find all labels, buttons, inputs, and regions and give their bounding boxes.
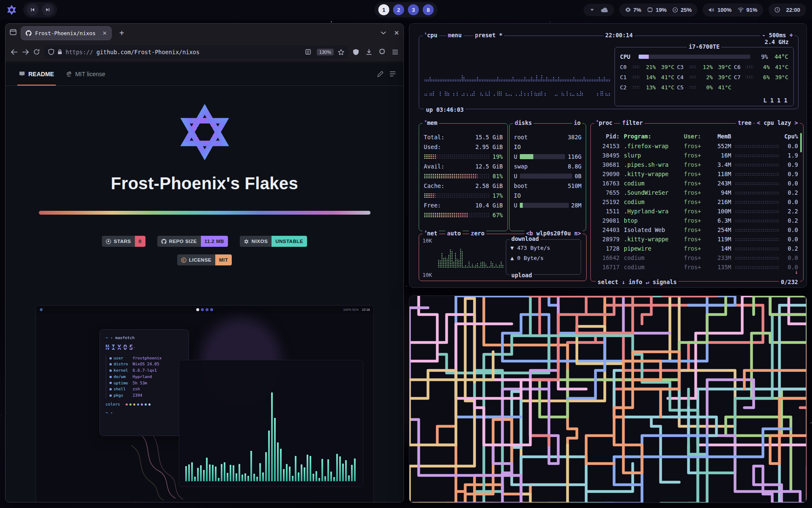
cpu-core-row: C7 6% 39°C xyxy=(734,72,788,82)
firefox-view-icon[interactable] xyxy=(10,29,16,37)
tab-readme[interactable]: README xyxy=(13,62,60,86)
select-button[interactable]: select xyxy=(598,279,618,285)
download-icon[interactable] xyxy=(366,49,372,55)
process-row[interactable]: 1728 pipewire fros+ 14M 0.2 xyxy=(596,244,798,253)
fetch-row-icon xyxy=(110,357,112,359)
net-zero-toggle[interactable]: zero xyxy=(469,230,486,237)
workspace-button[interactable]: 3 xyxy=(408,4,419,15)
wifi-icon xyxy=(738,7,744,12)
process-scrollbar-thumb[interactable] xyxy=(800,133,802,152)
process-row[interactable]: 24153 .firefox-wrap fros+ 552M 0.0 xyxy=(596,141,798,151)
media-previous-button[interactable] xyxy=(27,4,38,16)
outline-list-icon[interactable] xyxy=(390,71,396,77)
process-row[interactable]: 16642 codium fros+ 233M 0.0 xyxy=(596,253,798,262)
disks-box-title[interactable]: disks xyxy=(513,119,534,126)
reader-mode-icon[interactable] xyxy=(305,49,311,55)
proc-footer-controls: select ↓ info ↵ signals xyxy=(596,279,678,285)
back-button[interactable] xyxy=(11,49,18,55)
mem-cache-meter: 17% xyxy=(424,190,503,200)
github-favicon xyxy=(25,30,32,36)
process-cpu-graph xyxy=(735,172,779,176)
mem-box-title[interactable]: ²mem xyxy=(422,119,439,126)
zoom-level-badge[interactable]: 130% xyxy=(317,49,334,55)
process-row[interactable]: 7655 .SoundWireSer fros+ 94M 0.2 xyxy=(596,188,798,197)
new-tab-button[interactable]: + xyxy=(116,28,128,38)
net-box-title[interactable]: ³net xyxy=(422,230,439,237)
stars-badge[interactable]: STARS 0 xyxy=(102,236,145,247)
cpu-box-title[interactable]: ¹cpu xyxy=(422,32,439,39)
process-row[interactable]: 24403 Isolated Web fros+ 254M 0.0 xyxy=(596,225,798,235)
memory-chip-icon xyxy=(647,7,653,12)
color-dot xyxy=(141,403,143,406)
tab-close-icon[interactable]: ✕ xyxy=(102,30,107,36)
workspace-button[interactable]: 8 xyxy=(423,4,434,15)
browser-tab[interactable]: Frost-Phoenix/nixos ✕ xyxy=(21,26,112,40)
nixos-badge[interactable]: NIXOS UNSTABLE xyxy=(240,236,307,247)
process-row[interactable]: 28979 .kitty-wrappe fros+ 119M 0.0 xyxy=(596,235,798,244)
btop-preset-button[interactable]: preset * xyxy=(473,32,504,39)
net-auto-toggle[interactable]: auto xyxy=(445,230,463,237)
weather-module[interactable] xyxy=(584,4,614,16)
tab-mit-license[interactable]: MIT license xyxy=(60,62,111,86)
tracking-protection-shield-icon[interactable] xyxy=(48,49,54,55)
update-interval-control[interactable]: - 500ms + xyxy=(760,32,795,39)
process-table-header[interactable]: Pid: Program: User: MemB Cpu% xyxy=(596,131,798,141)
download-speed: ▼ 473 Byte/s xyxy=(510,245,576,255)
process-cpu-graph xyxy=(735,210,779,213)
forward-button[interactable] xyxy=(22,49,29,55)
desktop-screenshot-image[interactable]: 100% 91% 22:18 ~ › maxfetch NIXOS xyxy=(36,305,374,502)
process-row[interactable]: 29081 btop fros+ 6.3M 0.2 xyxy=(596,216,798,225)
process-row[interactable]: 16717 codium fros+ 135M 0.0 xyxy=(596,262,798,272)
btop-menu-button[interactable]: menu xyxy=(446,32,464,39)
memory-panel: ²mem Total:15.5 GiB Used:2.95 GiB 19% Av… xyxy=(419,123,508,231)
cpu-core-row: C1 14% 41°C xyxy=(620,72,675,82)
stars-badge-label: STARS xyxy=(114,239,131,244)
process-row[interactable]: 30681 .pipes.sh-wra fros+ 3.4M 0.9 xyxy=(596,160,798,169)
list-tabs-icon[interactable] xyxy=(381,31,386,35)
process-row[interactable]: 1511 .Hyprland-wra fros+ 100M 2.2 xyxy=(596,207,798,216)
screenshot-stats: 100% 91% xyxy=(343,308,358,312)
readme-tab-bar: README MIT license xyxy=(5,62,403,86)
repo-size-badge[interactable]: REPO SIZE 11.2 MB xyxy=(157,236,228,247)
net-download-graph xyxy=(438,243,504,268)
workspace-button[interactable]: 2 xyxy=(393,4,404,15)
extensions-puzzle-icon[interactable] xyxy=(379,49,385,55)
scroll-down-indicator[interactable]: ↓ xyxy=(795,268,798,275)
proc-sort-selector[interactable]: < cpu lazy > xyxy=(755,119,800,126)
upload-speed: ▲ 0 Byte/s xyxy=(510,255,576,265)
process-row[interactable]: 25192 codium fros+ 216M 0.0 xyxy=(596,197,798,207)
fetch-info-row: pkgs 2394 xyxy=(110,392,183,399)
reload-button[interactable] xyxy=(33,49,40,55)
edit-pencil-icon[interactable] xyxy=(377,71,384,77)
proc-tree-button[interactable]: tree xyxy=(736,119,753,126)
process-row[interactable]: 29090 .kitty-wrappe fros+ 118M 0.9 xyxy=(596,169,798,179)
menu-hamburger-icon[interactable] xyxy=(392,50,398,55)
signals-button[interactable]: signals xyxy=(653,279,677,285)
proc-box-title[interactable]: ⁴proc xyxy=(594,119,614,126)
proc-filter-button[interactable]: filter xyxy=(620,119,645,126)
fetch-row-icon xyxy=(110,363,112,365)
media-next-button[interactable] xyxy=(42,4,54,16)
bookmark-star-icon[interactable] xyxy=(338,49,344,55)
fetch-info-row: shell zsh xyxy=(110,386,183,392)
clock-module[interactable]: 22:00 xyxy=(768,3,806,17)
workspace-button[interactable]: 1 xyxy=(379,4,390,15)
color-dot xyxy=(133,403,135,406)
license-badge[interactable]: LICENSE MIT xyxy=(177,254,232,265)
license-badge-label: LICENSE xyxy=(189,257,211,262)
nixos-logo-icon[interactable] xyxy=(6,4,17,16)
nixos-badge-label: NIXOS xyxy=(252,239,268,244)
gear-icon xyxy=(625,7,631,13)
process-row[interactable]: 38495 slurp fros+ 16M 1.9 xyxy=(596,151,798,160)
color-dot xyxy=(145,403,147,406)
info-button[interactable]: info xyxy=(628,279,642,285)
disks-io-toggle[interactable]: io xyxy=(572,119,582,126)
github-readme-page: README MIT license Frost-Phoenix's Flake… xyxy=(5,62,403,502)
audio-network-module[interactable]: 100% 91% xyxy=(702,3,763,17)
process-row[interactable]: 16763 codium fros+ 243M 0.0 xyxy=(596,179,798,188)
ublock-shield-icon[interactable] xyxy=(353,49,359,55)
process-cpu-graph xyxy=(735,247,779,251)
url-bar[interactable]: https://github.com/Frost-Phoenix/nixos 1… xyxy=(44,45,348,59)
system-stats-module[interactable]: 7% 19% 25% xyxy=(619,3,698,17)
window-close-icon[interactable]: ✕ xyxy=(394,29,399,37)
